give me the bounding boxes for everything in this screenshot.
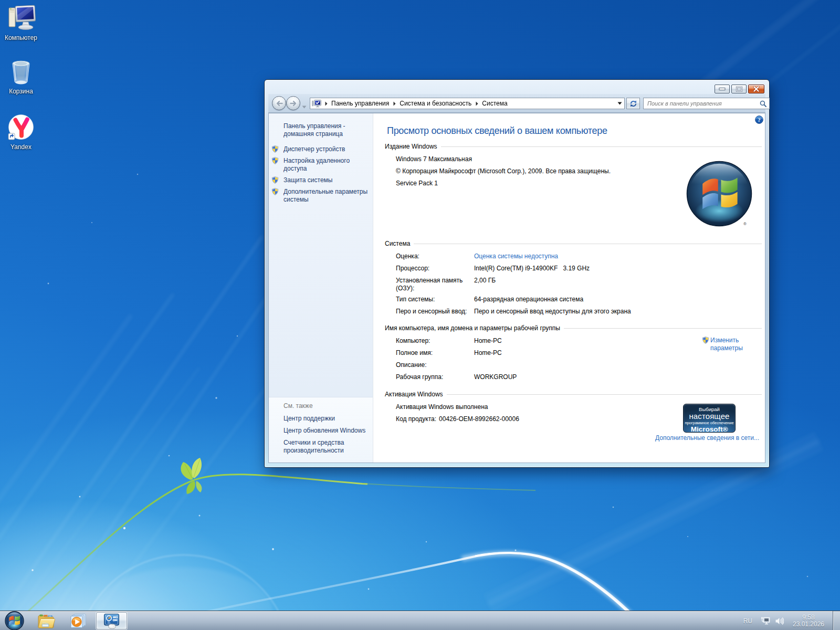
breadcrumb-control-panel[interactable]: Панель управления <box>331 98 390 109</box>
badge-line-3: программное обеспечение <box>684 421 735 425</box>
name-row-description: Описание: <box>396 361 762 369</box>
taskbar-button-control-panel-active[interactable] <box>96 612 127 629</box>
forward-button[interactable] <box>286 96 300 110</box>
sidebar-item-performance-tools[interactable]: Счетчики и средства производительности <box>284 439 369 455</box>
uac-shield-icon <box>271 188 279 197</box>
show-desktop-button[interactable] <box>833 611 840 630</box>
breadcrumb-system-security[interactable]: Система и безопасность <box>399 98 472 109</box>
section-header: Издание Windows <box>385 143 437 150</box>
forward-arrow-icon <box>289 100 298 107</box>
sidebar-item-label: Настройка удаленного доступа <box>284 157 350 172</box>
close-button[interactable] <box>748 85 764 93</box>
page-title: Просмотр основных сведений о вашем компь… <box>387 125 765 136</box>
search-box <box>643 98 770 109</box>
row-label: Установленная память (ОЗУ): <box>396 277 474 292</box>
desktop-icon-label: Yandex <box>1 143 41 151</box>
badge-line-4: Microsoft® <box>684 425 735 433</box>
language-indicator[interactable]: RU <box>740 617 755 625</box>
row-label: Полное имя: <box>396 349 474 357</box>
section-header-row: Издание Windows <box>385 142 762 151</box>
see-also-panel: См. также Центр поддержки Центр обновлен… <box>269 397 373 463</box>
taskbar-button-explorer[interactable] <box>31 612 61 629</box>
address-bar[interactable]: Панель управления Система и безопасность… <box>310 98 625 109</box>
caption-buttons <box>715 85 764 93</box>
section-rule <box>447 394 762 395</box>
recent-pages-dropdown[interactable] <box>302 101 307 111</box>
start-button[interactable] <box>5 611 24 630</box>
uac-shield-icon <box>271 145 279 155</box>
network-icon[interactable] <box>760 616 770 625</box>
desktop-icon-recycle-bin[interactable]: Корзина <box>1 59 41 95</box>
genuine-microsoft-badge[interactable]: Выбирай настоящее программное обеспечени… <box>683 404 736 433</box>
window-body: Панель управления - домашняя страница Ди… <box>268 113 765 463</box>
sidebar-item-device-manager[interactable]: Диспетчер устройств <box>284 145 369 153</box>
maximize-button[interactable] <box>731 85 747 93</box>
minimize-button[interactable] <box>715 85 730 93</box>
breadcrumb-arrow-icon <box>393 101 396 106</box>
row-label: Рабочая группа: <box>396 373 474 381</box>
address-dropdown-button[interactable] <box>615 102 624 105</box>
sidebar-item-label: Защита системы <box>284 176 332 184</box>
row-value: Home-PC <box>474 337 502 345</box>
taskbar-button-media-player[interactable] <box>63 612 93 629</box>
sidebar-item-remote-settings[interactable]: Настройка удаленного доступа <box>284 157 369 173</box>
search-icon[interactable] <box>760 100 766 107</box>
section-rule <box>564 328 762 329</box>
system-row-pen-touch: Перо и сенсорный ввод: Перо и сенсорный … <box>396 308 762 316</box>
maximize-icon <box>736 86 743 92</box>
search-input[interactable] <box>644 100 760 107</box>
breadcrumb-system[interactable]: Система <box>481 98 508 109</box>
sidebar-item-advanced-settings[interactable]: Дополнительные параметры системы <box>284 188 369 204</box>
product-key-label: Код продукта: <box>396 415 436 423</box>
row-value: 2,00 ГБ <box>474 277 496 292</box>
back-button[interactable] <box>272 96 286 110</box>
section-header-row: Система <box>385 239 762 248</box>
row-label: Процессор: <box>396 265 474 272</box>
system-row-rating: Оценка: Оценка системы недоступна <box>396 253 762 260</box>
change-settings-label: Изменить параметры <box>710 337 747 352</box>
media-player-icon <box>70 613 87 629</box>
learn-more-online-link[interactable]: Дополнительные сведения в сети... <box>655 434 759 442</box>
change-settings-link[interactable]: Изменить параметры <box>702 337 747 352</box>
system-tray: RU 9:58 23.01.2026 <box>740 611 826 630</box>
desktop-icon-label: Компьютер <box>1 34 41 41</box>
system-row-processor: Процессор: Intel(R) Core(TM) i9-14900KF … <box>396 265 762 272</box>
help-button[interactable]: ? <box>755 116 763 126</box>
windows-logo-orb <box>686 161 752 229</box>
control-panel-icon <box>103 613 120 629</box>
refresh-icon <box>629 100 637 108</box>
shortcut-arrow-overlay <box>8 133 15 140</box>
help-icon: ? <box>755 116 763 124</box>
desktop-icon-computer[interactable]: Компьютер <box>1 4 41 41</box>
row-label: Перо и сенсорный ввод: <box>396 308 474 316</box>
row-value: WORKGROUP <box>474 373 517 381</box>
uac-shield-icon <box>271 157 279 166</box>
row-label: Тип системы: <box>396 296 474 303</box>
minimize-icon <box>719 87 726 91</box>
name-row-workgroup: Рабочая группа: WORKGROUP <box>396 373 762 381</box>
window-titlebar[interactable] <box>268 80 765 94</box>
sidebar-item-label: Диспетчер устройств <box>284 145 345 153</box>
section-rule <box>441 146 762 147</box>
sidebar-item-action-center[interactable]: Центр поддержки <box>284 415 369 423</box>
navigation-bar: Панель управления Система и безопасность… <box>268 94 765 113</box>
refresh-button[interactable] <box>626 98 640 109</box>
section-computer-name: Имя компьютера, имя домена и параметры р… <box>385 324 762 381</box>
desktop-icon-yandex[interactable]: Yandex <box>1 114 41 151</box>
rating-unavailable-link[interactable]: Оценка системы недоступна <box>474 253 558 260</box>
sidebar-item-label: Дополнительные параметры системы <box>284 188 368 203</box>
sidebar-item-windows-update[interactable]: Центр обновления Windows <box>284 427 369 435</box>
volume-icon[interactable] <box>775 617 784 625</box>
close-icon <box>753 86 760 92</box>
sidebar-item-control-panel-home[interactable]: Панель управления - домашняя страница <box>284 122 369 138</box>
uac-shield-icon <box>271 176 279 186</box>
clock[interactable]: 9:58 23.01.2026 <box>791 614 826 628</box>
section-rule <box>414 244 762 244</box>
registered-mark: ® <box>743 222 747 226</box>
row-label: Описание: <box>396 361 474 369</box>
section-header: Система <box>385 240 410 247</box>
sidebar-item-system-protection[interactable]: Защита системы <box>284 176 369 184</box>
explorer-icon <box>37 613 55 629</box>
chevron-down-icon <box>617 102 622 105</box>
row-label: Компьютер: <box>396 337 474 345</box>
